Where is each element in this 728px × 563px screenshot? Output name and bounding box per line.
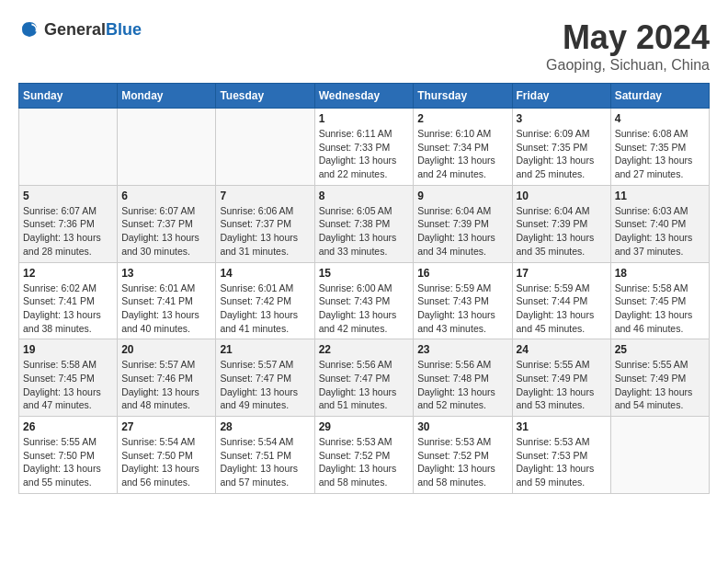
day-number: 26	[23, 420, 113, 433]
logo-blue: Blue	[106, 20, 142, 39]
day-number: 15	[319, 267, 410, 280]
day-number: 21	[220, 343, 310, 356]
day-number: 17	[517, 267, 607, 280]
calendar-cell: 16Sunrise: 5:59 AMSunset: 7:43 PMDayligh…	[414, 262, 512, 339]
day-number: 11	[615, 190, 705, 202]
calendar-cell: 4Sunrise: 6:08 AMSunset: 7:35 PMDaylight…	[610, 109, 709, 186]
day-info: Sunrise: 5:59 AMSunset: 7:44 PMDaylight:…	[517, 282, 607, 336]
day-number: 19	[23, 343, 113, 356]
calendar-cell: 30Sunrise: 5:53 AMSunset: 7:52 PMDayligh…	[414, 417, 512, 494]
calendar-cell: 1Sunrise: 6:11 AMSunset: 7:33 PMDaylight…	[314, 109, 414, 186]
day-info: Sunrise: 6:08 AMSunset: 7:35 PMDaylight:…	[615, 127, 705, 181]
day-info: Sunrise: 5:53 AMSunset: 7:52 PMDaylight:…	[417, 435, 507, 489]
calendar-cell: 11Sunrise: 6:03 AMSunset: 7:40 PMDayligh…	[610, 185, 709, 262]
day-number: 9	[417, 190, 507, 202]
weekday-header-tuesday: Tuesday	[216, 84, 314, 109]
day-info: Sunrise: 6:01 AMSunset: 7:41 PMDaylight:…	[121, 282, 211, 336]
day-info: Sunrise: 5:55 AMSunset: 7:49 PMDaylight:…	[517, 358, 607, 412]
calendar-cell: 13Sunrise: 6:01 AMSunset: 7:41 PMDayligh…	[118, 262, 216, 339]
day-number: 6	[121, 190, 211, 202]
calendar-cell: 14Sunrise: 6:01 AMSunset: 7:42 PMDayligh…	[216, 262, 314, 339]
calendar-cell: 3Sunrise: 6:09 AMSunset: 7:35 PMDaylight…	[512, 109, 610, 186]
calendar-cell: 19Sunrise: 5:58 AMSunset: 7:45 PMDayligh…	[19, 339, 118, 417]
day-number: 16	[417, 267, 507, 280]
calendar-cell: 27Sunrise: 5:54 AMSunset: 7:50 PMDayligh…	[118, 417, 216, 494]
day-number: 23	[417, 343, 507, 356]
calendar-cell: 9Sunrise: 6:04 AMSunset: 7:39 PMDaylight…	[414, 185, 512, 262]
day-number: 2	[417, 112, 507, 125]
day-number: 30	[417, 420, 507, 433]
day-info: Sunrise: 6:04 AMSunset: 7:39 PMDaylight:…	[517, 204, 607, 259]
day-info: Sunrise: 6:01 AMSunset: 7:42 PMDaylight:…	[220, 282, 310, 336]
weekday-header-friday: Friday	[512, 84, 610, 109]
week-row-3: 12Sunrise: 6:02 AMSunset: 7:41 PMDayligh…	[19, 262, 710, 339]
week-row-4: 19Sunrise: 5:58 AMSunset: 7:45 PMDayligh…	[19, 339, 710, 417]
day-number: 28	[220, 420, 310, 433]
day-number: 7	[220, 190, 310, 202]
day-number: 5	[23, 190, 113, 202]
logo: GeneralBlue	[18, 18, 142, 40]
day-info: Sunrise: 5:59 AMSunset: 7:43 PMDaylight:…	[417, 282, 507, 336]
day-info: Sunrise: 6:10 AMSunset: 7:34 PMDaylight:…	[417, 127, 507, 181]
location: Gaoping, Sichuan, China	[546, 57, 710, 74]
weekday-header-saturday: Saturday	[610, 84, 709, 109]
week-row-5: 26Sunrise: 5:55 AMSunset: 7:50 PMDayligh…	[19, 417, 710, 494]
weekday-header-wednesday: Wednesday	[314, 84, 414, 109]
calendar-cell: 10Sunrise: 6:04 AMSunset: 7:39 PMDayligh…	[512, 185, 610, 262]
calendar-cell: 24Sunrise: 5:55 AMSunset: 7:49 PMDayligh…	[512, 339, 610, 417]
day-info: Sunrise: 6:03 AMSunset: 7:40 PMDaylight:…	[615, 204, 705, 259]
calendar-cell: 8Sunrise: 6:05 AMSunset: 7:38 PMDaylight…	[314, 185, 414, 262]
calendar-cell: 5Sunrise: 6:07 AMSunset: 7:36 PMDaylight…	[19, 185, 118, 262]
day-number: 14	[220, 267, 310, 280]
logo-text: GeneralBlue	[44, 20, 142, 40]
calendar-table: SundayMondayTuesdayWednesdayThursdayFrid…	[18, 83, 710, 494]
calendar-cell: 23Sunrise: 5:56 AMSunset: 7:48 PMDayligh…	[414, 339, 512, 417]
day-number: 22	[319, 343, 410, 356]
day-info: Sunrise: 6:04 AMSunset: 7:39 PMDaylight:…	[417, 204, 507, 259]
day-info: Sunrise: 5:57 AMSunset: 7:47 PMDaylight:…	[220, 358, 310, 412]
calendar-cell	[19, 109, 118, 186]
calendar-cell	[118, 109, 216, 186]
calendar-cell: 15Sunrise: 6:00 AMSunset: 7:43 PMDayligh…	[314, 262, 414, 339]
day-info: Sunrise: 5:56 AMSunset: 7:48 PMDaylight:…	[417, 358, 507, 412]
day-info: Sunrise: 6:09 AMSunset: 7:35 PMDaylight:…	[517, 127, 607, 181]
calendar-cell: 2Sunrise: 6:10 AMSunset: 7:34 PMDaylight…	[414, 109, 512, 186]
day-number: 4	[615, 112, 705, 125]
day-info: Sunrise: 5:56 AMSunset: 7:47 PMDaylight:…	[319, 358, 410, 412]
day-info: Sunrise: 6:00 AMSunset: 7:43 PMDaylight:…	[319, 282, 410, 336]
calendar-cell: 7Sunrise: 6:06 AMSunset: 7:37 PMDaylight…	[216, 185, 314, 262]
day-info: Sunrise: 6:05 AMSunset: 7:38 PMDaylight:…	[319, 204, 410, 259]
day-info: Sunrise: 6:06 AMSunset: 7:37 PMDaylight:…	[220, 204, 310, 259]
page-header: GeneralBlue May 2024 Gaoping, Sichuan, C…	[18, 18, 710, 74]
day-number: 31	[517, 420, 607, 433]
day-number: 1	[319, 112, 410, 125]
weekday-header-row: SundayMondayTuesdayWednesdayThursdayFrid…	[19, 84, 710, 109]
day-number: 8	[319, 190, 410, 202]
week-row-1: 1Sunrise: 6:11 AMSunset: 7:33 PMDaylight…	[19, 109, 710, 186]
day-info: Sunrise: 5:58 AMSunset: 7:45 PMDaylight:…	[615, 282, 705, 336]
day-info: Sunrise: 5:58 AMSunset: 7:45 PMDaylight:…	[23, 358, 113, 412]
calendar-cell: 29Sunrise: 5:53 AMSunset: 7:52 PMDayligh…	[314, 417, 414, 494]
calendar-cell	[216, 109, 314, 186]
day-number: 29	[319, 420, 410, 433]
logo-icon	[18, 18, 40, 40]
weekday-header-monday: Monday	[118, 84, 216, 109]
week-row-2: 5Sunrise: 6:07 AMSunset: 7:36 PMDaylight…	[19, 185, 710, 262]
day-info: Sunrise: 6:11 AMSunset: 7:33 PMDaylight:…	[319, 127, 410, 181]
calendar-cell: 20Sunrise: 5:57 AMSunset: 7:46 PMDayligh…	[118, 339, 216, 417]
day-info: Sunrise: 5:54 AMSunset: 7:51 PMDaylight:…	[220, 435, 310, 489]
calendar-cell: 18Sunrise: 5:58 AMSunset: 7:45 PMDayligh…	[610, 262, 709, 339]
day-info: Sunrise: 5:55 AMSunset: 7:49 PMDaylight:…	[615, 358, 705, 412]
calendar-cell: 12Sunrise: 6:02 AMSunset: 7:41 PMDayligh…	[19, 262, 118, 339]
calendar-cell	[610, 417, 709, 494]
calendar-cell: 21Sunrise: 5:57 AMSunset: 7:47 PMDayligh…	[216, 339, 314, 417]
weekday-header-thursday: Thursday	[414, 84, 512, 109]
weekday-header-sunday: Sunday	[19, 84, 118, 109]
day-info: Sunrise: 6:02 AMSunset: 7:41 PMDaylight:…	[23, 282, 113, 336]
day-number: 10	[517, 190, 607, 202]
day-info: Sunrise: 5:55 AMSunset: 7:50 PMDaylight:…	[23, 435, 113, 489]
logo-general: General	[44, 20, 106, 39]
calendar-cell: 31Sunrise: 5:53 AMSunset: 7:53 PMDayligh…	[512, 417, 610, 494]
day-number: 18	[615, 267, 705, 280]
month-year: May 2024	[546, 18, 710, 57]
